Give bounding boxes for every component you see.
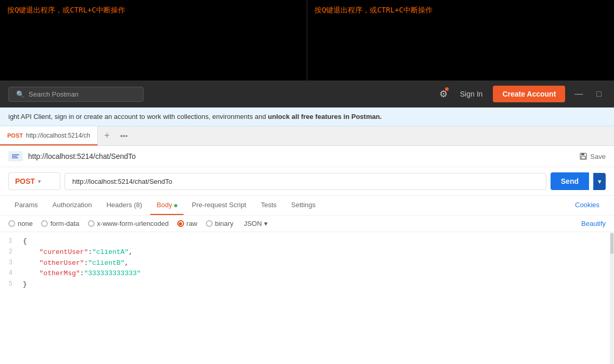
code-line-4: 4 "otherMsg":"333333333333" (0, 268, 614, 279)
radio-none (8, 220, 15, 227)
method-dropdown[interactable]: POST ▾ (8, 172, 60, 190)
save-label: Save (590, 153, 606, 160)
tab-body-label: Body (156, 201, 172, 209)
option-raw[interactable]: raw (177, 220, 198, 227)
maximize-button[interactable]: □ (592, 87, 606, 101)
option-binary[interactable]: binary (206, 220, 233, 227)
code-line-5: 5 } (0, 279, 614, 290)
request-title-left: http://localhost:5214/chat/SendTo (8, 151, 136, 161)
terminal-text-right: 按Q键退出程序，或CTRL+C中断操作 (315, 6, 433, 14)
tab-bar: POST http://localhost:5214/ch + ••• (0, 126, 614, 146)
create-account-button[interactable]: Create Account (493, 86, 565, 102)
method-chevron-icon: ▾ (38, 178, 41, 185)
save-button[interactable]: Save (580, 153, 606, 160)
format-dropdown[interactable]: JSON ▾ (244, 220, 268, 227)
send-chevron-icon: ▾ (598, 178, 602, 185)
request-area: http://localhost:5214/chat/SendTo Save P… (0, 146, 614, 364)
add-tab-button[interactable]: + (98, 126, 116, 145)
urlencoded-label: x-www-form-urlencoded (97, 220, 169, 227)
option-none[interactable]: none (8, 220, 33, 227)
tab-settings[interactable]: Settings (285, 196, 322, 215)
none-label: none (18, 220, 33, 227)
raw-label: raw (187, 220, 198, 227)
header-right: ⚙ Sign In Create Account — □ (437, 86, 606, 102)
tab-url: http://localhost:5214/ch (26, 132, 90, 139)
tab-tests[interactable]: Tests (255, 196, 283, 215)
send-dropdown-button[interactable]: ▾ (593, 173, 606, 190)
format-chevron-icon: ▾ (264, 220, 268, 227)
tab-authorization[interactable]: Authorization (46, 196, 98, 215)
header-left: 🔍 Search Postman (8, 87, 431, 102)
radio-urlencoded (88, 220, 95, 227)
body-options: none form-data x-www-form-urlencoded raw… (0, 215, 614, 232)
scrollbar-thumb (610, 233, 613, 254)
url-input[interactable] (64, 173, 546, 190)
line-number-1: 1 (0, 236, 21, 246)
line-content-2: "curentUser":"clientA", (21, 247, 614, 258)
signin-button[interactable]: Sign In (455, 87, 488, 101)
option-urlencoded[interactable]: x-www-form-urlencoded (88, 220, 169, 227)
radio-raw (177, 220, 184, 227)
terminal-pane-left: 按Q键退出程序，或CTRL+C中断操作 (0, 0, 307, 80)
line-content-5: } (21, 279, 614, 290)
option-form-data[interactable]: form-data (41, 220, 80, 227)
more-tabs-button[interactable]: ••• (116, 126, 132, 145)
settings-button[interactable]: ⚙ (437, 86, 450, 102)
request-title-url: http://localhost:5214/chat/SendTo (28, 152, 136, 160)
search-box[interactable]: 🔍 Search Postman (8, 87, 143, 102)
tab-pre-request-script[interactable]: Pre-request Script (186, 196, 253, 215)
tab-method: POST (7, 132, 23, 139)
cookies-label: Cookies (575, 201, 599, 209)
postman-window: 🔍 Search Postman ⚙ Sign In Create Accoun… (0, 80, 614, 364)
code-line-3: 3 "otherUser":"clientB", (0, 258, 614, 269)
search-placeholder: Search Postman (29, 90, 79, 98)
url-bar: POST ▾ Send ▾ (0, 167, 614, 196)
line-number-4: 4 (0, 268, 21, 278)
request-tabs: Params Authorization Headers (8) Body Pr… (0, 196, 614, 215)
promo-banner: ight API Client, sign in or create an ac… (0, 107, 614, 126)
radio-binary (206, 220, 213, 227)
header-bar: 🔍 Search Postman ⚙ Sign In Create Accoun… (0, 80, 614, 107)
code-line-2: 2 "curentUser":"clientA", (0, 247, 614, 258)
beautify-button[interactable]: Beautify (581, 220, 606, 227)
code-key-3: "otherMsg" (40, 269, 80, 277)
terminal-text-left: 按Q键退出程序，或CTRL+C中断操作 (7, 6, 125, 14)
code-val-1: "clientA" (92, 248, 128, 256)
svg-rect-5 (581, 153, 584, 155)
request-tab[interactable]: POST http://localhost:5214/ch (0, 126, 98, 145)
banner-text-prefix: ight API Client, sign in or create an ac… (8, 113, 268, 120)
tab-body[interactable]: Body (150, 196, 184, 215)
code-key-1: "curentUser" (40, 248, 88, 256)
send-button[interactable]: Send (551, 172, 589, 190)
code-line-1: 1 { (0, 236, 614, 247)
minimize-button[interactable]: — (570, 87, 587, 101)
save-icon (580, 153, 587, 160)
code-key-2: "otherUser" (40, 259, 84, 267)
line-content-3: "otherUser":"clientB", (21, 258, 614, 269)
line-number-3: 3 (0, 258, 21, 268)
binary-label: binary (215, 220, 233, 227)
tab-params[interactable]: Params (8, 196, 44, 215)
request-title-row: http://localhost:5214/chat/SendTo Save (0, 146, 614, 167)
code-editor[interactable]: 1 { 2 "curentUser":"clientA", 3 "otherUs… (0, 232, 614, 364)
code-val-3: "333333333333" (84, 269, 141, 277)
tab-headers[interactable]: Headers (8) (100, 196, 149, 215)
terminal-area: 按Q键退出程序，或CTRL+C中断操作 按Q键退出程序，或CTRL+C中断操作 (0, 0, 614, 80)
line-number-5: 5 (0, 279, 21, 289)
cookies-link[interactable]: Cookies (569, 196, 606, 215)
json-label: JSON (244, 220, 262, 227)
terminal-pane-right: 按Q键退出程序，或CTRL+C中断操作 (307, 0, 614, 80)
search-icon: 🔍 (16, 90, 24, 98)
line-number-2: 2 (0, 247, 21, 257)
method-label: POST (15, 177, 35, 185)
radio-form-data (41, 220, 48, 227)
banner-text-bold: unlock all free features in Postman. (268, 113, 382, 120)
svg-rect-6 (581, 156, 585, 159)
code-val-2: "clientB" (88, 259, 124, 267)
body-active-dot (174, 204, 177, 207)
vertical-scrollbar[interactable] (610, 232, 614, 364)
form-data-label: form-data (50, 220, 80, 227)
line-content-4: "otherMsg":"333333333333" (21, 268, 614, 279)
line-content-1: { (21, 236, 614, 247)
notification-dot (445, 87, 449, 91)
